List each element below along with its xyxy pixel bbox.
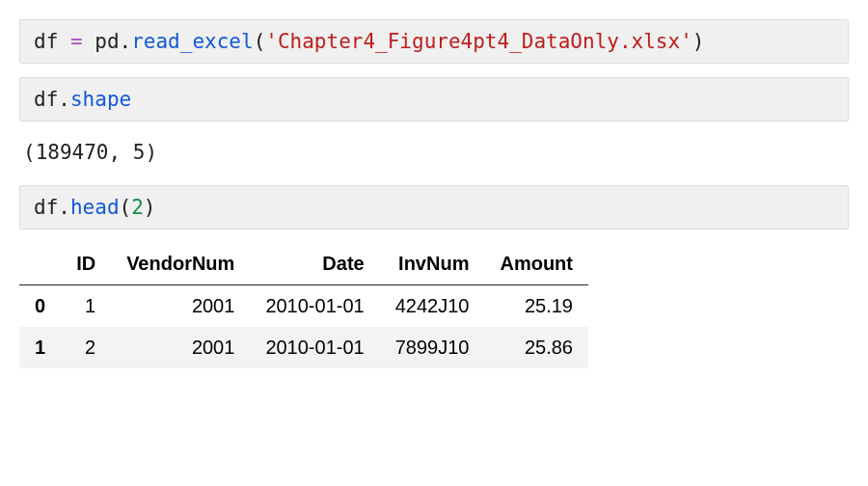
code-token-func: head (70, 196, 120, 219)
code-token-string: 'Chapter4_Figure4pt4_DataOnly.xlsx' (265, 30, 692, 53)
cell-date: 2010-01-01 (250, 285, 379, 328)
cell-date: 2010-01-01 (250, 327, 379, 368)
code-token-obj: df (34, 88, 58, 111)
table-row: 0 1 2001 2010-01-01 4242J10 25.19 (19, 285, 588, 328)
code-token-dot: . (120, 30, 132, 53)
cell-amount: 25.19 (484, 285, 588, 328)
col-header-date: Date (250, 243, 379, 285)
code-token-var: df (34, 30, 70, 53)
output-shape: (189470, 5) (19, 135, 849, 185)
col-header-amount: Amount (484, 243, 588, 285)
table-row: 1 2 2001 2010-01-01 7899J10 25.86 (19, 327, 588, 368)
code-cell-1: df = pd.read_excel('Chapter4_Figure4pt4_… (19, 19, 849, 64)
cell-amount: 25.86 (484, 327, 588, 368)
table-header-row: ID VendorNum Date InvNum Amount (19, 243, 588, 285)
cell-id: 2 (61, 327, 111, 368)
code-line-shape: df.shape (34, 88, 834, 111)
code-token-module: pd (83, 30, 120, 53)
code-token-lparen: ( (120, 196, 132, 219)
dataframe-output: ID VendorNum Date InvNum Amount 0 1 2001… (19, 243, 588, 368)
col-header-vendornum: VendorNum (111, 243, 250, 285)
code-token-arg: 2 (131, 196, 144, 219)
code-line-read-excel: df = pd.read_excel('Chapter4_Figure4pt4_… (34, 30, 834, 53)
cell-vendornum: 2001 (111, 285, 250, 328)
code-token-dot: . (58, 196, 70, 219)
code-token-func: read_excel (131, 30, 253, 53)
cell-vendornum: 2001 (111, 327, 250, 368)
code-cell-3: df.head(2) (19, 185, 849, 230)
col-header-id: ID (61, 243, 111, 285)
code-token-dot: . (58, 88, 70, 111)
code-token-equals: = (70, 30, 83, 53)
cell-id: 1 (61, 285, 111, 328)
table-corner (19, 243, 61, 285)
code-line-head: df.head(2) (34, 196, 834, 219)
row-index: 0 (19, 285, 61, 328)
row-index: 1 (19, 327, 61, 368)
cell-invnum: 4242J10 (380, 285, 485, 328)
code-token-rparen: ) (692, 30, 705, 53)
col-header-invnum: InvNum (380, 243, 485, 285)
cell-invnum: 7899J10 (380, 327, 485, 368)
code-cell-2: df.shape (19, 77, 849, 122)
code-token-attr: shape (70, 88, 131, 111)
code-token-lparen: ( (254, 30, 266, 53)
code-token-obj: df (34, 196, 58, 219)
code-token-rparen: ) (144, 196, 156, 219)
